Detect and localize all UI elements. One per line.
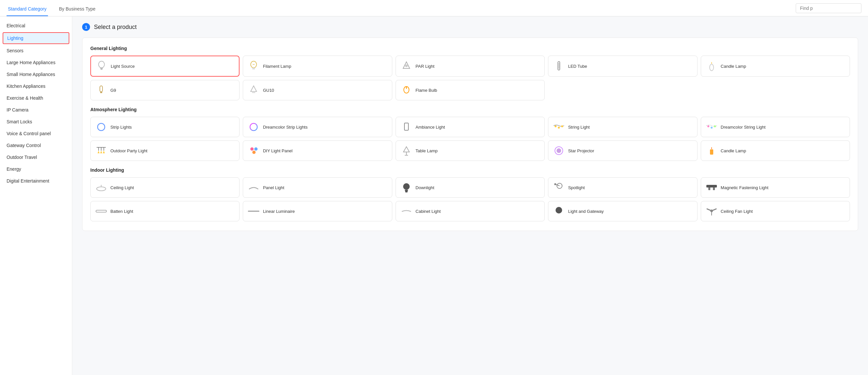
product-icon-star-projector xyxy=(553,145,565,156)
product-card-candle-lamp2[interactable]: Candle Lamp xyxy=(701,141,850,161)
product-name-table-lamp: Table Lamp xyxy=(415,148,438,153)
svg-marker-45 xyxy=(405,190,408,193)
product-card-ceiling-fan[interactable]: Ceiling Fan Light xyxy=(701,201,850,221)
product-icon-batten xyxy=(95,205,107,217)
product-card-downlight[interactable]: Downlight xyxy=(396,177,545,198)
product-grid-atmosphere: Strip LightsDreamcolor Strip LightsAmbia… xyxy=(90,117,850,161)
product-card-star-projector[interactable]: Star Projector xyxy=(548,141,697,161)
svg-marker-36 xyxy=(403,147,409,152)
svg-rect-8 xyxy=(558,61,560,70)
product-card-filament-lamp[interactable]: Filament Lamp xyxy=(243,56,392,77)
sidebar-item-exercise[interactable]: Exercise & Health xyxy=(0,92,72,104)
product-name-diy-panel: DIY Light Panel xyxy=(263,148,292,153)
product-card-dreamcolor-string[interactable]: Dreamcolor String Light xyxy=(701,117,850,137)
content-area: 1 Select a product General LightingLight… xyxy=(72,17,868,375)
svg-point-34 xyxy=(254,147,257,151)
product-card-light-source[interactable]: Light Source xyxy=(90,56,240,77)
svg-marker-31 xyxy=(100,151,102,153)
sidebar-item-sensors[interactable]: Sensors xyxy=(0,45,72,57)
sidebar-item-digital[interactable]: Digital Entertainment xyxy=(0,175,72,187)
product-name-panel-light: Panel Light xyxy=(263,185,284,190)
svg-rect-1 xyxy=(100,68,103,69)
product-name-filament-lamp: Filament Lamp xyxy=(263,64,291,69)
sidebar-item-ip-camera[interactable]: IP Camera xyxy=(0,104,72,116)
product-icon-strip-lights xyxy=(95,121,107,133)
product-name-gu10: GU10 xyxy=(263,88,274,93)
svg-point-7 xyxy=(405,64,408,67)
svg-rect-2 xyxy=(100,69,102,70)
tab-standard[interactable]: Standard Category xyxy=(7,2,48,16)
product-name-dreamcolor-string: Dreamcolor String Light xyxy=(721,125,766,129)
product-card-dreamcolor-strip[interactable]: Dreamcolor Strip Lights xyxy=(243,117,392,137)
product-panel: General LightingLight SourceFilament Lam… xyxy=(82,37,858,231)
product-icon-outdoor-party xyxy=(95,145,107,156)
product-icon-gu10 xyxy=(248,84,259,96)
sidebar-item-voice-control[interactable]: Voice & Control panel xyxy=(0,127,72,140)
product-icon-ceiling-fan xyxy=(706,205,717,217)
svg-point-11 xyxy=(710,64,714,71)
product-grid-indoor: Ceiling LightPanel LightDownlightSpotlig… xyxy=(90,177,850,221)
svg-point-22 xyxy=(561,125,563,127)
product-name-flame-bulb: Flame Bulb xyxy=(415,88,437,93)
product-icon-led-tube xyxy=(553,60,565,72)
product-card-led-tube[interactable]: LED Tube xyxy=(548,56,697,77)
product-icon-spotlight xyxy=(553,181,565,194)
product-grid-general: Light SourceFilament LampPAR LightLED Tu… xyxy=(90,56,850,100)
svg-point-44 xyxy=(403,183,410,190)
svg-point-20 xyxy=(555,125,557,127)
sidebar-item-electrical[interactable]: Electrical xyxy=(0,20,72,32)
svg-rect-19 xyxy=(404,123,408,130)
product-name-ceiling-light: Ceiling Light xyxy=(111,185,134,190)
product-card-par-light[interactable]: PAR Light xyxy=(396,56,545,77)
product-icon-string-light xyxy=(553,121,565,133)
step-header: 1 Select a product xyxy=(82,23,858,31)
product-icon-ceiling-light xyxy=(95,181,107,194)
product-card-linear[interactable]: Linear Luminaire xyxy=(243,201,392,221)
product-card-outdoor-party[interactable]: Outdoor Party Light xyxy=(90,141,240,161)
product-name-magnetic: Magnetic Fastening Light xyxy=(721,185,769,190)
product-card-string-light[interactable]: String Light xyxy=(548,117,697,137)
product-name-spotlight: Spotlight xyxy=(568,185,585,190)
product-card-light-gateway[interactable]: Light and Gateway xyxy=(548,201,697,221)
svg-rect-12 xyxy=(100,86,102,92)
product-card-cabinet[interactable]: Cabinet Light xyxy=(396,201,545,221)
main-layout: ElectricalLightingSensorsLarge Home Appl… xyxy=(0,17,868,375)
product-card-flame-bulb[interactable]: Flame Bulb xyxy=(396,80,545,100)
header-tabs: Standard Category By Business Type xyxy=(0,0,868,17)
svg-rect-50 xyxy=(708,188,710,190)
product-card-ceiling-light[interactable]: Ceiling Light xyxy=(90,177,240,198)
product-card-batten[interactable]: Batten Light xyxy=(90,201,240,221)
product-card-spotlight[interactable]: Spotlight xyxy=(548,177,697,198)
sidebar-item-gateway[interactable]: Gateway Control xyxy=(0,140,72,151)
product-card-table-lamp[interactable]: Table Lamp xyxy=(396,141,545,161)
svg-point-35 xyxy=(252,151,256,154)
sidebar-item-kitchen[interactable]: Kitchen Appliances xyxy=(0,80,72,92)
sidebar-item-outdoor[interactable]: Outdoor Travel xyxy=(0,151,72,163)
product-name-batten: Batten Light xyxy=(111,209,133,214)
svg-point-24 xyxy=(711,127,713,128)
product-card-g9[interactable]: G9 xyxy=(90,80,240,100)
product-card-strip-lights[interactable]: Strip Lights xyxy=(90,117,240,137)
sidebar-item-energy[interactable]: Energy xyxy=(0,163,72,175)
product-card-gu10[interactable]: GU10 xyxy=(243,80,392,100)
product-icon-cabinet xyxy=(401,205,412,217)
product-card-ambiance-light[interactable]: Ambiance Light xyxy=(396,117,545,137)
product-icon-light-gateway xyxy=(553,205,565,217)
sidebar-item-small-home[interactable]: Small Home Appliances xyxy=(0,68,72,80)
product-name-strip-lights: Strip Lights xyxy=(111,125,132,129)
sidebar-item-large-home[interactable]: Large Home Appliances xyxy=(0,57,72,68)
product-card-diy-panel[interactable]: DIY Light Panel xyxy=(243,141,392,161)
product-card-candle-lamp[interactable]: Candle Lamp xyxy=(701,56,850,77)
section-title-atmosphere: Atmosphere Lighting xyxy=(90,107,850,112)
search-input[interactable] xyxy=(796,3,861,13)
product-card-magnetic[interactable]: Magnetic Fastening Light xyxy=(701,177,850,198)
sidebar-item-lighting[interactable]: Lighting xyxy=(3,32,69,44)
product-card-panel-light[interactable]: Panel Light xyxy=(243,177,392,198)
product-name-ceiling-fan: Ceiling Fan Light xyxy=(721,209,753,214)
tab-business[interactable]: By Business Type xyxy=(58,2,97,16)
svg-rect-15 xyxy=(252,91,255,93)
step-title: Select a product xyxy=(94,24,137,31)
product-name-par-light: PAR Light xyxy=(415,64,435,69)
svg-marker-30 xyxy=(98,151,99,153)
sidebar-item-smart-locks[interactable]: Smart Locks xyxy=(0,116,72,127)
